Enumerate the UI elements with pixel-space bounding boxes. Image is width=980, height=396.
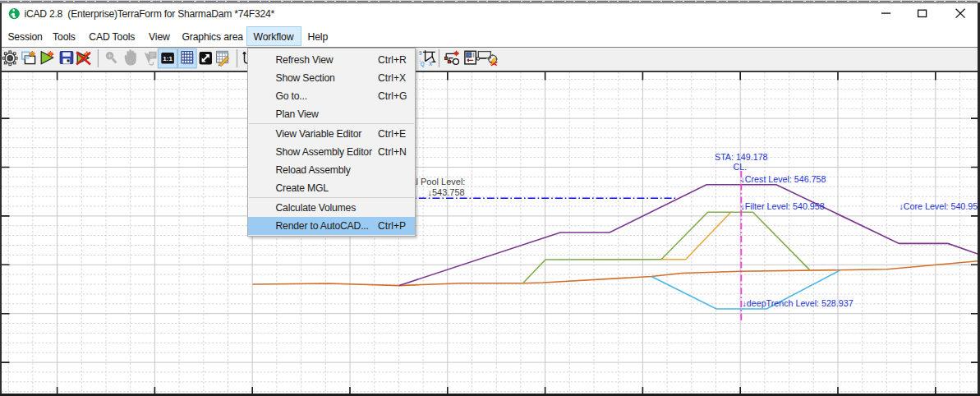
svg-text:↓Core Level: 540.958: ↓Core Level: 540.958 [899, 201, 980, 211]
svg-text:STA: 149.178: STA: 149.178 [715, 152, 768, 162]
svg-text:↓Crest Level: 546.758: ↓Crest Level: 546.758 [741, 174, 826, 184]
svg-text:X: X [429, 61, 433, 67]
svg-text:↓543.758: ↓543.758 [427, 187, 464, 197]
svg-text:Q: Q [421, 61, 425, 67]
svg-text:CL.: CL. [734, 162, 748, 172]
svg-text:↓deepTrench Level: 528.937: ↓deepTrench Level: 528.937 [743, 298, 853, 308]
svg-text:↓Filter Level: 540.958: ↓Filter Level: 540.958 [741, 201, 825, 211]
svg-text:1:1: 1:1 [163, 55, 173, 62]
svg-text:9: 9 [419, 50, 422, 56]
